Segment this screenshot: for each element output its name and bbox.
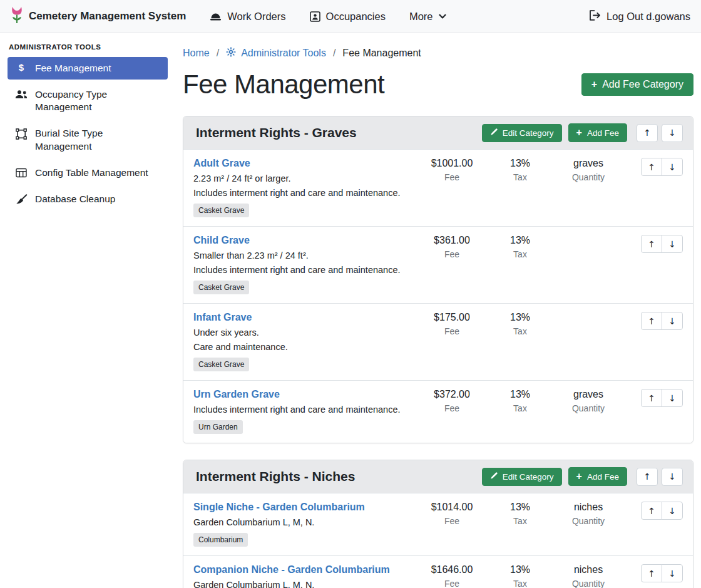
- fee-amount-cell: $372.00 Fee: [415, 389, 489, 434]
- hard-hat-icon: [210, 11, 222, 21]
- fee-name-link[interactable]: Child Grave: [193, 235, 250, 246]
- nav-more[interactable]: More: [409, 11, 446, 23]
- breadcrumb-separator: /: [333, 48, 335, 59]
- quantity-value: niches: [551, 502, 625, 513]
- fee-actions: ↑ ↓: [625, 235, 683, 294]
- category-move-up-button[interactable]: ↑: [637, 124, 658, 142]
- fee-type-badge: Casket Grave: [193, 281, 249, 294]
- move-up-button[interactable]: ↑: [641, 235, 662, 253]
- sidebar-item-burial-site-type-management[interactable]: Burial Site Type Management: [8, 122, 168, 157]
- add-fee-button[interactable]: + Add Fee: [568, 467, 627, 486]
- top-navbar: Cemetery Management System Work Orders O…: [0, 0, 701, 33]
- fee-badge-wrap: Casket Grave: [193, 358, 415, 371]
- tax-value: 13%: [489, 502, 551, 513]
- fee-name-link[interactable]: Infant Grave: [193, 312, 252, 323]
- fee-row: Child Grave Smaller than 2.23 m² / 24 ft…: [183, 226, 693, 303]
- add-fee-category-button[interactable]: + Add Fee Category: [581, 73, 693, 96]
- move-down-button[interactable]: ↓: [662, 389, 683, 407]
- fee-type-badge: Casket Grave: [193, 204, 249, 217]
- broom-icon: [15, 194, 28, 205]
- quantity-cell: [551, 312, 625, 371]
- sidebar-item-database-cleanup[interactable]: Database Cleanup: [8, 188, 168, 210]
- edit-category-label: Edit Category: [503, 128, 554, 138]
- breadcrumb-home-link[interactable]: Home: [183, 48, 210, 59]
- category-reorder-buttons: ↑ ↓: [637, 468, 683, 486]
- fee-info: Urn Garden Grave Includes interment righ…: [193, 389, 415, 434]
- category-reorder-buttons: ↑ ↓: [637, 124, 683, 142]
- fee-reorder-buttons: ↑ ↓: [641, 312, 683, 330]
- person-bounding-box-icon: [310, 11, 320, 22]
- move-down-button[interactable]: ↓: [662, 158, 683, 176]
- fee-description: Includes interment right and care and ma…: [193, 188, 415, 198]
- fee-badge-wrap: Urn Garden: [193, 420, 415, 434]
- fee-name-link[interactable]: Single Niche - Garden Columbarium: [193, 502, 365, 513]
- move-down-button[interactable]: ↓: [662, 312, 683, 330]
- add-fee-label: Add Fee: [587, 128, 619, 138]
- logout-button[interactable]: Log Out d.gowans: [589, 10, 690, 23]
- breadcrumb: Home / Administrator Tools / Fee Managem…: [183, 39, 693, 64]
- down-arrow-icon: ↓: [668, 317, 676, 326]
- tax-cell: 13% Tax: [489, 564, 551, 588]
- up-arrow-icon: ↑: [648, 507, 655, 515]
- fee-reorder-buttons: ↑ ↓: [641, 158, 683, 176]
- move-up-button[interactable]: ↑: [641, 389, 662, 407]
- tax-value: 13%: [489, 235, 551, 246]
- fee-type-badge: Columbarium: [193, 533, 248, 547]
- tax-value: 13%: [489, 389, 551, 400]
- edit-category-button[interactable]: Edit Category: [482, 124, 562, 142]
- move-up-button[interactable]: ↑: [641, 312, 662, 330]
- category-move-down-button[interactable]: ↓: [662, 468, 683, 486]
- fee-name-link[interactable]: Urn Garden Grave: [193, 389, 280, 400]
- nav-work-orders[interactable]: Work Orders: [210, 11, 285, 23]
- nav-occupancies[interactable]: Occupancies: [310, 11, 386, 23]
- quantity-value: niches: [551, 564, 625, 575]
- breadcrumb-admin-tools-link[interactable]: Administrator Tools: [226, 47, 326, 59]
- fee-amount: $1646.00: [415, 564, 489, 575]
- edit-category-button[interactable]: Edit Category: [482, 468, 562, 486]
- move-up-button[interactable]: ↑: [641, 158, 662, 176]
- move-up-button[interactable]: ↑: [641, 564, 662, 582]
- category-title: Interment Rights - Graves: [196, 125, 357, 140]
- sidebar-item-occupancy-type-management[interactable]: Occupancy Type Management: [8, 83, 168, 118]
- sidebar-item-label: Fee Management: [35, 62, 111, 75]
- dollar-icon: $: [15, 63, 28, 72]
- move-up-button[interactable]: ↑: [641, 502, 662, 520]
- quantity-value: graves: [551, 389, 625, 400]
- sidebar-item-config-table-management[interactable]: Config Table Management: [8, 162, 168, 184]
- fee-category-card: Interment Rights - Graves Edit Category …: [183, 116, 693, 443]
- fee-name-link[interactable]: Companion Niche - Garden Columbarium: [193, 564, 390, 575]
- fee-description: Smaller than 2.23 m² / 24 ft².: [193, 250, 415, 260]
- add-fee-label: Add Fee: [587, 472, 619, 482]
- fee-description: Care and maintenance.: [193, 342, 415, 352]
- fee-name-link[interactable]: Adult Grave: [193, 158, 250, 169]
- fee-type-badge: Casket Grave: [193, 358, 249, 371]
- fee-reorder-buttons: ↑ ↓: [641, 502, 683, 520]
- category-move-up-button[interactable]: ↑: [637, 468, 658, 486]
- down-arrow-icon: ↓: [668, 128, 676, 137]
- fee-amount: $372.00: [415, 389, 489, 400]
- fee-row: Adult Grave 2.23 m² / 24 ft² or larger. …: [183, 149, 693, 226]
- move-down-button[interactable]: ↓: [662, 235, 683, 253]
- move-down-button[interactable]: ↓: [662, 564, 683, 582]
- category-move-down-button[interactable]: ↓: [662, 124, 683, 142]
- fee-description: Garden Columbarium L, M, N.: [193, 580, 415, 588]
- up-arrow-icon: ↑: [648, 317, 655, 326]
- fee-actions: ↑ ↓: [625, 312, 683, 371]
- add-fee-category-label: Add Fee Category: [602, 79, 683, 90]
- sidebar-item-fee-management[interactable]: $ Fee Management: [8, 57, 168, 80]
- app-brand[interactable]: Cemetery Management System: [11, 6, 186, 27]
- fee-row: Infant Grave Under six years. Care and m…: [183, 303, 693, 380]
- move-down-button[interactable]: ↓: [662, 502, 683, 520]
- edit-category-label: Edit Category: [503, 472, 554, 482]
- up-arrow-icon: ↑: [648, 240, 655, 249]
- page-title: Fee Management: [183, 70, 384, 100]
- add-fee-button[interactable]: + Add Fee: [568, 123, 627, 142]
- tax-cell: 13% Tax: [489, 389, 551, 434]
- quantity-cell: graves Quantity: [551, 389, 625, 434]
- down-arrow-icon: ↓: [668, 394, 676, 403]
- fee-amount: $361.00: [415, 235, 489, 246]
- sidebar-item-label: Database Cleanup: [35, 193, 115, 205]
- plus-icon: +: [591, 80, 597, 90]
- fee-description: 2.23 m² / 24 ft² or larger.: [193, 173, 415, 183]
- up-arrow-icon: ↑: [643, 128, 651, 137]
